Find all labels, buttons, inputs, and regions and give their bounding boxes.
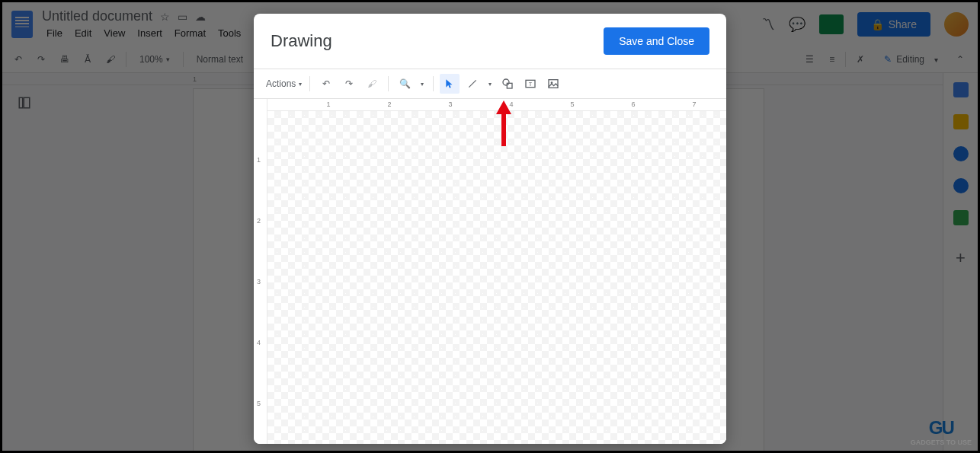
ruler-mark: 2 <box>257 217 261 225</box>
watermark-logo: GU <box>911 417 972 439</box>
draw-workspace: 1 2 3 4 5 1 2 3 4 5 6 7 <box>254 99 726 444</box>
vertical-ruler[interactable]: 1 2 3 4 5 <box>254 99 267 444</box>
drawing-modal: Drawing Save and Close Actions▾ ↶ ↷ 🖌 🔍 … <box>254 14 726 444</box>
undo-icon[interactable]: ↶ <box>316 74 336 94</box>
ruler-mark: 5 <box>570 100 574 108</box>
separator <box>388 76 389 91</box>
textbox-tool-icon[interactable]: T <box>520 74 540 94</box>
watermark: GU GADGETS TO USE <box>911 417 972 446</box>
zoom-dropdown-icon[interactable]: ▾ <box>418 74 427 94</box>
svg-point-3 <box>503 79 509 85</box>
zoom-icon[interactable]: 🔍 <box>395 74 415 94</box>
ruler-mark: 3 <box>257 278 261 286</box>
ruler-mark: 6 <box>631 100 635 108</box>
svg-line-2 <box>469 80 476 87</box>
separator <box>309 76 310 91</box>
drawing-canvas[interactable] <box>267 111 726 444</box>
modal-overlay: Drawing Save and Close Actions▾ ↶ ↷ 🖌 🔍 … <box>2 2 978 451</box>
ruler-mark: 5 <box>257 400 261 407</box>
svg-rect-4 <box>508 83 513 88</box>
ruler-mark: 1 <box>326 100 330 108</box>
save-and-close-button[interactable]: Save and Close <box>604 27 709 55</box>
drawing-toolbar: Actions▾ ↶ ↷ 🖌 🔍 ▾ ▾ T <box>254 69 726 99</box>
annotation-arrow-icon <box>495 100 513 149</box>
line-dropdown-icon[interactable]: ▾ <box>485 74 495 94</box>
ruler-mark: 7 <box>692 100 696 108</box>
paint-format-icon[interactable]: 🖌 <box>362 74 382 94</box>
ruler-mark: 1 <box>257 156 261 164</box>
line-tool-icon[interactable] <box>463 74 482 94</box>
ruler-mark: 4 <box>257 339 261 346</box>
separator <box>433 76 434 91</box>
svg-text:T: T <box>529 81 533 88</box>
ruler-mark: 2 <box>387 100 391 108</box>
redo-icon[interactable]: ↷ <box>339 74 359 94</box>
ruler-mark: 3 <box>448 100 452 108</box>
modal-title: Drawing <box>271 31 332 51</box>
modal-header: Drawing Save and Close <box>254 14 726 69</box>
watermark-tag: GADGETS TO USE <box>911 439 972 446</box>
svg-marker-9 <box>496 100 511 146</box>
select-tool-icon[interactable] <box>440 74 460 94</box>
actions-dropdown[interactable]: Actions▾ <box>264 75 303 92</box>
image-tool-icon[interactable] <box>543 74 563 94</box>
shape-tool-icon[interactable] <box>498 74 517 94</box>
